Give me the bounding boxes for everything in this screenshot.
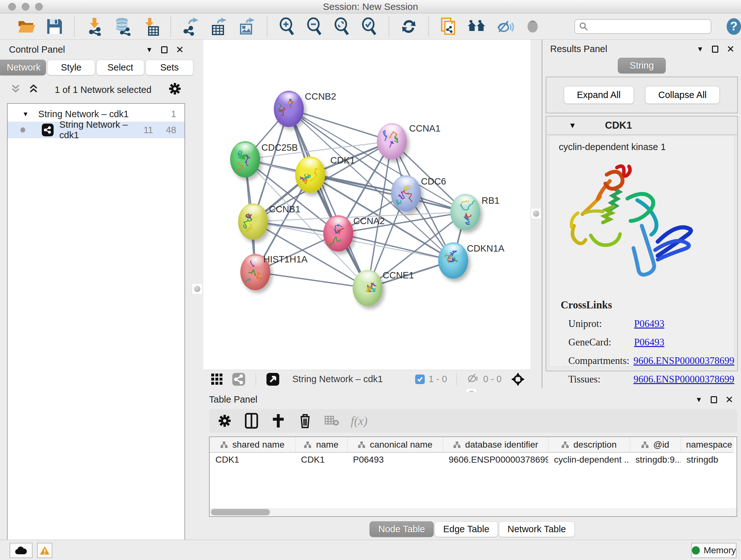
column-header-canonical-name[interactable]: canonical name bbox=[347, 437, 443, 452]
column-header-database-identifier[interactable]: database identifier bbox=[443, 437, 548, 452]
network-node-cdc25b[interactable] bbox=[230, 141, 260, 178]
import-network-from-database-icon[interactable] bbox=[114, 17, 132, 36]
add-column-icon[interactable] bbox=[270, 413, 286, 429]
crosslink-row: Uniprot:P06493 bbox=[561, 318, 734, 329]
table-options-gear-icon[interactable] bbox=[217, 413, 232, 429]
crosslink-link[interactable]: 9606.ENSP00000378699 bbox=[633, 355, 734, 367]
network-node-cdkn1a[interactable] bbox=[438, 242, 468, 279]
memory-button[interactable]: Memory bbox=[691, 543, 737, 558]
minimize-window-button[interactable] bbox=[22, 3, 29, 10]
network-node-rb1[interactable] bbox=[450, 194, 480, 230]
save-session-icon[interactable] bbox=[46, 17, 63, 36]
network-node-cdk1[interactable] bbox=[295, 157, 325, 193]
show-columns-icon[interactable] bbox=[244, 413, 259, 429]
panel-menu-icon[interactable]: ▼ bbox=[697, 45, 704, 53]
crosslink-link[interactable]: P06493 bbox=[634, 318, 664, 329]
column-header-name[interactable]: name bbox=[295, 437, 347, 452]
open-session-icon[interactable] bbox=[17, 17, 36, 36]
crosslink-link[interactable]: 9606.ENSP00000378699 bbox=[633, 374, 734, 385]
import-network-icon[interactable] bbox=[85, 17, 104, 36]
column-header-@id[interactable]: @id bbox=[630, 437, 681, 452]
panel-float-icon[interactable] bbox=[161, 46, 167, 53]
zoom-out-icon[interactable] bbox=[306, 17, 323, 36]
toolbar-search[interactable] bbox=[575, 19, 711, 34]
protein-structure-image bbox=[549, 162, 734, 287]
cloud-button[interactable] bbox=[10, 543, 32, 558]
refresh-icon[interactable] bbox=[400, 17, 417, 36]
table-cell[interactable]: 9606.ENSP00000378699 bbox=[443, 452, 548, 466]
network-canvas[interactable]: CCNB2CCNA1CDC25BCDK1CDC6RB1CCNB1CCNA2CDK… bbox=[203, 40, 530, 370]
hide-unhide-icon[interactable] bbox=[496, 17, 515, 36]
zoom-window-button[interactable] bbox=[35, 3, 43, 10]
tab-style[interactable]: Style bbox=[47, 60, 95, 75]
delete-column-icon[interactable] bbox=[297, 413, 313, 429]
tab-node-table[interactable]: Node Table bbox=[369, 521, 433, 537]
panel-close-icon[interactable]: ✕ bbox=[725, 394, 733, 405]
zoom-fit-icon[interactable] bbox=[333, 17, 350, 36]
tab-network[interactable]: Network bbox=[0, 60, 46, 75]
network-node-ccna1[interactable] bbox=[377, 123, 407, 159]
panel-close-icon[interactable]: ✕ bbox=[727, 44, 735, 55]
selected-nodes-checkbox-icon[interactable] bbox=[415, 374, 425, 384]
panel-close-icon[interactable]: ✕ bbox=[176, 44, 184, 55]
grid-view-icon[interactable] bbox=[208, 370, 226, 388]
tab-edge-table[interactable]: Edge Table bbox=[434, 521, 498, 537]
scrollbar-thumb[interactable] bbox=[211, 509, 270, 515]
node-table[interactable]: shared name name canonical name database… bbox=[209, 436, 737, 517]
column-header-description[interactable]: description bbox=[548, 437, 630, 452]
warning-button[interactable] bbox=[37, 543, 52, 558]
zoom-selected-icon[interactable] bbox=[360, 17, 378, 36]
network-node-cdc6[interactable] bbox=[391, 175, 421, 212]
expand-all-chevrons-icon[interactable] bbox=[29, 83, 38, 97]
fit-crosshair-icon[interactable] bbox=[509, 370, 527, 388]
import-table-icon[interactable] bbox=[142, 17, 159, 36]
zoom-in-icon[interactable] bbox=[278, 17, 295, 36]
collapse-all-button[interactable]: Collapse All bbox=[645, 86, 720, 104]
birdseye-view-icon[interactable] bbox=[264, 370, 282, 388]
table-row[interactable]: CDK1CDK1P064939606.ENSP00000378699cyclin… bbox=[210, 452, 733, 466]
column-header-namespace[interactable]: namespace bbox=[681, 437, 733, 452]
panel-float-icon[interactable] bbox=[711, 396, 717, 403]
search-input[interactable] bbox=[589, 21, 707, 31]
table-cell[interactable]: stringdb bbox=[681, 452, 733, 466]
tab-string[interactable]: String bbox=[618, 58, 666, 73]
network-badge-icon[interactable] bbox=[229, 370, 248, 388]
collection-expander-icon[interactable]: ▼ bbox=[22, 111, 29, 118]
window-traffic-lights[interactable] bbox=[8, 3, 43, 10]
export-network-icon[interactable] bbox=[182, 17, 200, 36]
help-button[interactable]: ? bbox=[727, 18, 741, 35]
panel-float-icon[interactable] bbox=[712, 46, 718, 53]
column-header-shared-name[interactable]: shared name bbox=[210, 437, 295, 452]
network-options-gear-icon[interactable] bbox=[168, 82, 182, 98]
table-cell[interactable]: stringdb:9... bbox=[630, 452, 681, 466]
right-splitter-strip[interactable] bbox=[530, 40, 542, 388]
export-table-icon[interactable] bbox=[210, 17, 228, 36]
network-row-selected[interactable]: String Network – cdk1 11 48 bbox=[8, 122, 185, 138]
network-node-ccnb1[interactable] bbox=[238, 203, 268, 240]
collapse-all-chevrons-icon[interactable] bbox=[11, 83, 20, 97]
tab-select[interactable]: Select bbox=[96, 60, 144, 75]
hidden-eye-icon[interactable] bbox=[467, 373, 479, 386]
right-splitter-handle[interactable] bbox=[531, 208, 542, 219]
network-node-ccna2[interactable] bbox=[323, 215, 353, 252]
panel-menu-icon[interactable]: ▼ bbox=[695, 395, 702, 404]
table-cell[interactable]: CDK1 bbox=[295, 452, 347, 466]
expand-all-button[interactable]: Expand All bbox=[564, 86, 634, 104]
table-cell[interactable]: cyclin-dependent ... bbox=[548, 452, 630, 466]
panel-menu-icon[interactable]: ▼ bbox=[146, 46, 153, 54]
gene-section-header[interactable]: ▼ CDK1 bbox=[546, 117, 737, 135]
table-cell[interactable]: CDK1 bbox=[210, 452, 295, 466]
home-networks-icon[interactable] bbox=[467, 17, 486, 36]
network-node-ccnb2[interactable] bbox=[274, 91, 304, 127]
tab-sets[interactable]: Sets bbox=[145, 60, 193, 75]
left-splitter-handle[interactable] bbox=[192, 284, 203, 294]
close-window-button[interactable] bbox=[8, 3, 16, 10]
table-cell[interactable]: P06493 bbox=[347, 452, 443, 466]
table-horizontal-scrollbar[interactable] bbox=[210, 508, 737, 516]
export-image-icon[interactable] bbox=[238, 17, 256, 36]
network-node-ccne1[interactable] bbox=[353, 270, 383, 306]
string-app-icon[interactable] bbox=[440, 17, 457, 36]
gene-expander-icon[interactable]: ▼ bbox=[569, 121, 576, 130]
tab-network-table[interactable]: Network Table bbox=[499, 521, 575, 537]
crosslink-link[interactable]: P06493 bbox=[634, 336, 664, 348]
